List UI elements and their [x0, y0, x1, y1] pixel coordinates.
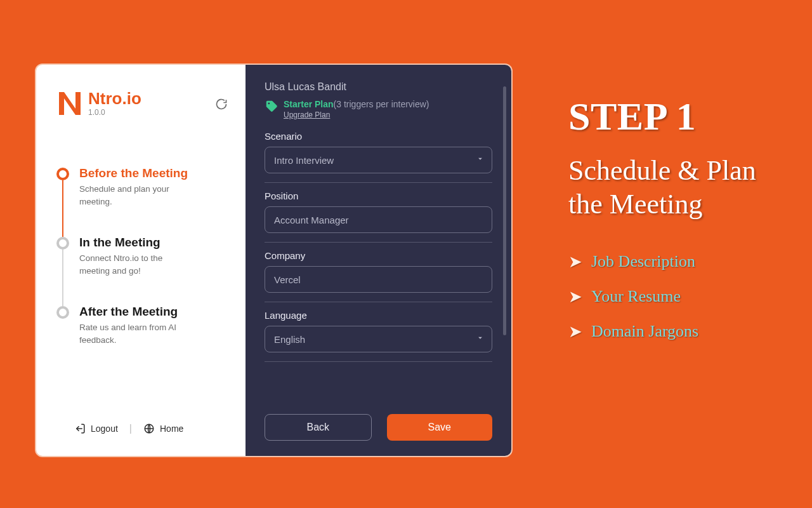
form-panel: Ulsa Lucas Bandit Starter Plan(3 trigger…: [246, 65, 511, 456]
position-label: Position: [265, 190, 492, 201]
plan-row: Starter Plan(3 triggers per interview) U…: [265, 99, 492, 119]
sidebar: Ntro.io 1.0.0 Before the Meeting Schedul…: [36, 65, 246, 456]
plan-name: Starter Plan: [284, 99, 334, 109]
step-title: In the Meeting: [79, 236, 193, 250]
steps-list: Before the Meeting Schedule and plan you…: [56, 166, 230, 346]
scenario-select[interactable]: Intro Interview: [265, 147, 492, 173]
step-desc: Connect Ntro.io to the meeting and go!: [79, 252, 193, 277]
step-title: After the Meeting: [79, 305, 193, 319]
company-input[interactable]: [265, 266, 492, 293]
logout-button[interactable]: Logout: [74, 423, 118, 434]
position-input[interactable]: [265, 206, 492, 233]
company-label: Company: [265, 250, 492, 261]
promo-step-heading: STEP 1: [568, 94, 784, 139]
back-button[interactable]: Back: [265, 414, 372, 441]
logout-label: Logout: [91, 424, 118, 434]
promo-bullet: Your Resume: [591, 287, 681, 306]
home-label: Home: [160, 424, 183, 434]
separator: |: [129, 423, 132, 434]
home-button[interactable]: Home: [143, 423, 183, 434]
step-desc: Schedule and plan your meeting.: [79, 183, 193, 208]
upgrade-plan-link[interactable]: Upgrade Plan: [284, 110, 330, 119]
promo-item: ➤ Domain Jargons: [568, 322, 784, 342]
button-row: Back Save: [265, 399, 492, 441]
branding: Ntro.io 1.0.0: [56, 90, 230, 117]
promo-item: ➤ Your Resume: [568, 287, 784, 307]
logo-icon: [56, 91, 82, 116]
step-after-meeting[interactable]: After the Meeting Rate us and learn from…: [56, 305, 230, 346]
scrollbar[interactable]: [503, 86, 506, 335]
arrow-icon: ➤: [568, 322, 582, 342]
scenario-label: Scenario: [265, 131, 492, 142]
step-in-meeting[interactable]: In the Meeting Connect Ntro.io to the me…: [56, 236, 230, 305]
brand-version: 1.0.0: [88, 108, 141, 117]
app-card: Ntro.io 1.0.0 Before the Meeting Schedul…: [35, 64, 513, 457]
promo-item: ➤ Job Description: [568, 252, 784, 272]
promo-subtitle: Schedule & Plan the Meeting: [568, 154, 784, 222]
back-label: Back: [306, 422, 329, 433]
promo-bullet: Job Description: [591, 252, 695, 271]
step-desc: Rate us and learn from AI feedback.: [79, 321, 193, 346]
language-value: English: [274, 334, 305, 345]
brand-name: Ntro.io: [88, 90, 141, 107]
save-button[interactable]: Save: [387, 414, 493, 441]
language-select[interactable]: English: [265, 326, 492, 352]
language-label: Language: [265, 310, 492, 321]
plan-note: (3 triggers per interview): [334, 99, 429, 109]
logout-icon: [74, 423, 86, 434]
step-before-meeting[interactable]: Before the Meeting Schedule and plan you…: [56, 166, 230, 236]
arrow-icon: ➤: [568, 287, 582, 307]
user-name: Ulsa Lucas Bandit: [265, 81, 492, 93]
tag-icon: [265, 99, 278, 116]
step-bullet-icon: [56, 306, 69, 319]
promo-bullet: Domain Jargons: [591, 322, 698, 341]
sidebar-footer: Logout | Home: [56, 423, 230, 441]
step-bullet-icon: [56, 237, 69, 250]
refresh-icon[interactable]: [215, 98, 230, 113]
step-bullet-icon: [56, 168, 69, 180]
globe-icon: [143, 423, 155, 434]
save-label: Save: [428, 422, 451, 433]
promo-list: ➤ Job Description ➤ Your Resume ➤ Domain…: [568, 252, 784, 342]
scenario-value: Intro Interview: [274, 155, 334, 166]
arrow-icon: ➤: [568, 252, 582, 272]
promo: STEP 1 Schedule & Plan the Meeting ➤ Job…: [568, 94, 784, 357]
step-title: Before the Meeting: [79, 166, 193, 180]
